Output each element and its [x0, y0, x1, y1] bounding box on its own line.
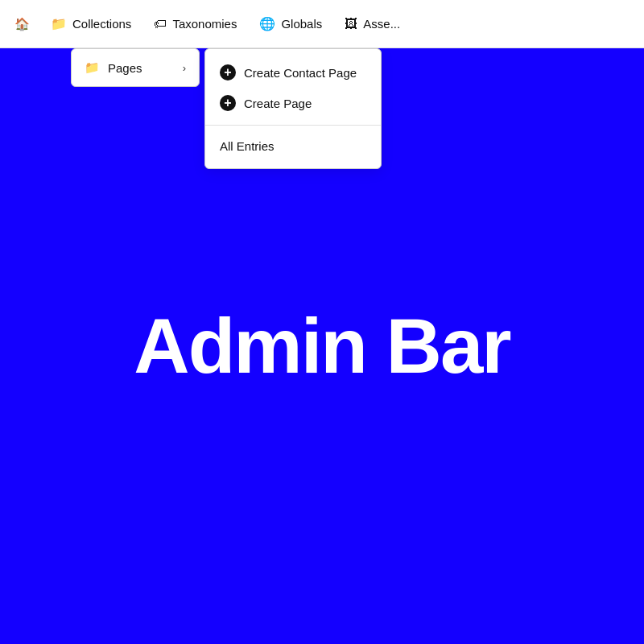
plus-circle-icon — [220, 64, 236, 80]
collections-dropdown: 📁 Pages › Create Contact Page Create Pag… — [71, 48, 382, 169]
nav-taxonomies[interactable]: 🏷 Taxonomies — [144, 10, 246, 38]
pages-trigger-button[interactable]: 📁 Pages › — [71, 48, 200, 87]
nav-globals[interactable]: 🌐 Globals — [250, 10, 332, 38]
dropdown-divider — [205, 125, 381, 126]
globals-globe-icon: 🌐 — [259, 16, 275, 31]
pages-folder-icon: 📁 — [85, 60, 100, 75]
admin-bar: 🏠 📁 Collections 🏷 Taxonomies 🌐 Globals 🖼… — [0, 0, 644, 48]
create-page-item[interactable]: Create Page — [205, 88, 381, 118]
nav-collections[interactable]: 📁 Collections — [41, 10, 141, 38]
chevron-right-icon: › — [183, 62, 186, 74]
all-entries-label: All Entries — [220, 139, 275, 153]
nav-assets[interactable]: 🖼 Asse... — [335, 10, 410, 38]
create-contact-page-label: Create Contact Page — [244, 66, 357, 80]
globals-label: Globals — [281, 17, 322, 31]
create-page-label: Create Page — [244, 97, 312, 110]
create-contact-page-item[interactable]: Create Contact Page — [205, 57, 381, 88]
page-heading: Admin Bar — [134, 302, 510, 390]
all-entries-item[interactable]: All Entries — [205, 132, 381, 160]
assets-label: Asse... — [363, 17, 400, 31]
collections-label: Collections — [72, 17, 131, 31]
collections-folder-icon: 📁 — [51, 16, 67, 31]
taxonomies-label: Taxonomies — [172, 17, 237, 31]
taxonomies-tag-icon: 🏷 — [154, 17, 167, 31]
assets-image-icon: 🖼 — [345, 17, 357, 31]
plus-circle-icon-2 — [220, 95, 236, 111]
pages-trigger-label: Pages — [108, 61, 142, 75]
nav-home[interactable]: 🏠 — [6, 10, 38, 38]
pages-dropdown-menu: Create Contact Page Create Page All Entr… — [204, 48, 382, 169]
home-icon: 🏠 — [14, 17, 30, 31]
